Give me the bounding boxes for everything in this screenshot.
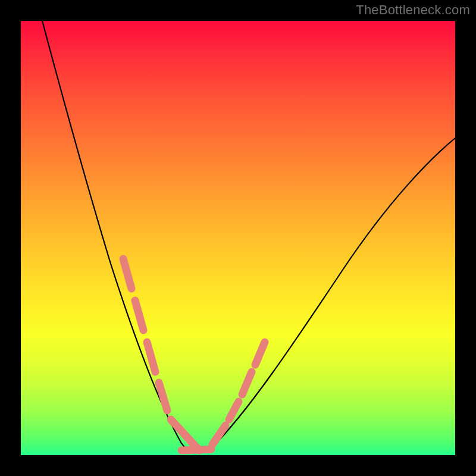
svg-line-6 (212, 425, 226, 444)
svg-line-2 (147, 342, 155, 372)
plot-area (21, 21, 455, 455)
svg-line-9 (255, 342, 265, 365)
svg-line-3 (159, 383, 167, 411)
watermark-text: TheBottleneck.com (356, 2, 470, 18)
svg-line-1 (135, 300, 143, 330)
chart-frame: TheBottleneck.com (0, 0, 476, 476)
svg-line-4 (171, 419, 199, 450)
pink-highlight-group (123, 259, 265, 450)
svg-line-0 (123, 259, 131, 289)
svg-line-8 (242, 372, 252, 394)
svg-line-5 (181, 449, 211, 450)
svg-line-7 (229, 402, 239, 419)
curve-svg (21, 21, 455, 455)
